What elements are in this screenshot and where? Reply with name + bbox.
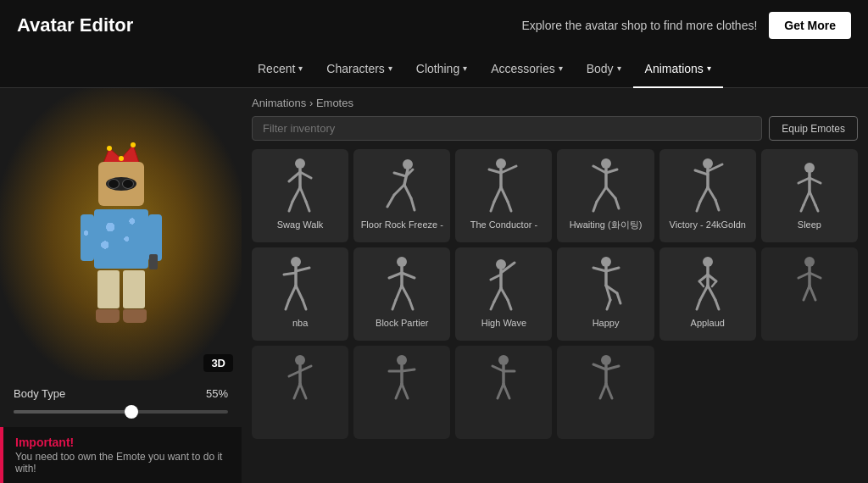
nav-item-characters[interactable]: Characters ▾	[314, 51, 403, 88]
emote-extra-2[interactable]	[252, 346, 348, 439]
body-type-label: Body Type	[14, 387, 65, 400]
avatar-preview: 3D	[0, 88, 242, 380]
emote-icon-conductor	[459, 154, 548, 215]
nav-item-animations[interactable]: Animations ▾	[633, 51, 723, 88]
emote-icon-extra-4	[459, 351, 548, 412]
svg-line-39	[695, 170, 708, 175]
emote-icon-swag-walk	[255, 154, 345, 215]
svg-line-73	[494, 288, 501, 302]
svg-line-103	[300, 366, 311, 371]
emote-swag-walk[interactable]: Swag Walk	[252, 149, 348, 242]
right-panel: Animations › Emotes Equip Emotes	[242, 88, 868, 483]
svg-line-64	[402, 273, 415, 278]
emote-icon-applaud	[663, 253, 753, 314]
nav-item-clothing[interactable]: Clothing ▾	[404, 51, 479, 88]
avatar-feet	[96, 309, 147, 323]
svg-line-41	[700, 187, 708, 202]
emote-extra-4[interactable]	[455, 346, 552, 439]
emote-conductor-label: The Conductor -	[470, 219, 537, 230]
emote-icon-high-wave	[459, 253, 548, 314]
main-content: 3D Body Type 55% Important! You need too…	[0, 88, 868, 483]
svg-line-48	[810, 178, 821, 183]
nav-item-body[interactable]: Body ▾	[575, 51, 633, 88]
nav-item-accessories[interactable]: Accessories ▾	[479, 51, 574, 88]
3d-badge: 3D	[203, 354, 233, 372]
svg-line-91	[700, 286, 708, 300]
svg-line-19	[387, 195, 394, 207]
svg-line-105	[294, 384, 300, 398]
get-more-button[interactable]: Get More	[769, 12, 851, 39]
svg-line-25	[494, 187, 501, 202]
breadcrumb-parent[interactable]: Animations	[252, 97, 306, 109]
svg-line-65	[396, 286, 402, 300]
emote-the-conductor[interactable]: The Conductor -	[455, 149, 552, 242]
svg-line-57	[289, 286, 296, 300]
svg-line-92	[708, 286, 715, 300]
svg-line-33	[597, 187, 606, 202]
svg-point-61	[397, 257, 407, 267]
avatar-head	[98, 162, 144, 206]
emote-applaud[interactable]: Applaud	[659, 247, 756, 341]
svg-point-53	[291, 257, 301, 267]
svg-point-13	[403, 159, 413, 169]
chevron-down-icon: ▾	[617, 64, 621, 73]
important-banner: Important! You need too own the Emote yo…	[0, 427, 242, 483]
emote-happy-label: Happy	[593, 317, 620, 329]
body-type-slider[interactable]	[14, 410, 228, 414]
svg-line-59	[286, 300, 289, 309]
emote-happy[interactable]: Happy	[557, 247, 654, 341]
svg-point-2	[107, 146, 112, 151]
svg-point-3	[119, 156, 124, 161]
svg-line-94	[715, 300, 719, 309]
avatar-figure	[53, 142, 189, 328]
avatar-left-leg	[97, 270, 120, 308]
emote-hwaiting[interactable]: Hwaiting (화이팅)	[557, 149, 654, 242]
svg-line-43	[697, 202, 700, 211]
svg-point-119	[601, 355, 611, 365]
svg-line-36	[615, 198, 619, 208]
svg-line-9	[292, 187, 300, 202]
svg-line-123	[600, 384, 606, 398]
emote-sleep[interactable]: Sleep	[761, 149, 858, 242]
svg-line-18	[404, 185, 411, 198]
svg-line-17	[394, 185, 404, 195]
emote-icon-extra-1	[765, 253, 854, 314]
emote-extra-5[interactable]	[557, 346, 654, 439]
svg-point-69	[496, 259, 506, 269]
svg-line-98	[810, 273, 821, 278]
chevron-down-icon: ▾	[559, 64, 563, 73]
svg-line-8	[300, 172, 311, 178]
svg-point-29	[601, 158, 611, 169]
svg-line-75	[491, 302, 494, 309]
svg-line-121	[593, 364, 606, 369]
svg-line-20	[411, 198, 415, 210]
svg-line-35	[593, 202, 597, 211]
svg-line-76	[508, 300, 511, 309]
app-title: Avatar Editor	[17, 14, 133, 36]
svg-point-95	[804, 257, 815, 267]
emote-extra-3[interactable]	[353, 346, 450, 439]
svg-line-100	[810, 286, 815, 300]
emote-high-wave[interactable]: High Wave	[455, 247, 552, 341]
svg-line-49	[804, 192, 810, 205]
emote-block-partier[interactable]: Block Partier	[353, 247, 450, 341]
emote-icon-floor-rock	[357, 154, 447, 215]
emote-extra-1[interactable]	[761, 247, 858, 341]
svg-point-21	[496, 158, 506, 169]
emote-icon-block-partier	[357, 253, 447, 314]
svg-line-122	[606, 366, 619, 369]
emote-icon-happy	[560, 253, 650, 314]
svg-line-15	[394, 173, 406, 176]
emote-applaud-label: Applaud	[691, 317, 725, 329]
header-right: Explore the avatar shop to find more clo…	[521, 12, 851, 39]
svg-line-89	[699, 281, 704, 286]
emote-nba[interactable]: nba	[252, 247, 348, 341]
equip-emotes-button[interactable]: Equip Emotes	[769, 116, 858, 141]
emote-victory-label: Victory - 24kGoldn	[670, 219, 746, 230]
nav-item-recent[interactable]: Recent ▾	[246, 51, 314, 88]
filter-input[interactable]	[252, 116, 762, 141]
body-type-slider-container[interactable]	[0, 407, 242, 427]
emote-floor-rock-freeze[interactable]: Floor Rock Freeze -	[353, 149, 450, 242]
svg-line-99	[804, 286, 810, 300]
emote-victory[interactable]: Victory - 24kGoldn	[659, 149, 756, 242]
